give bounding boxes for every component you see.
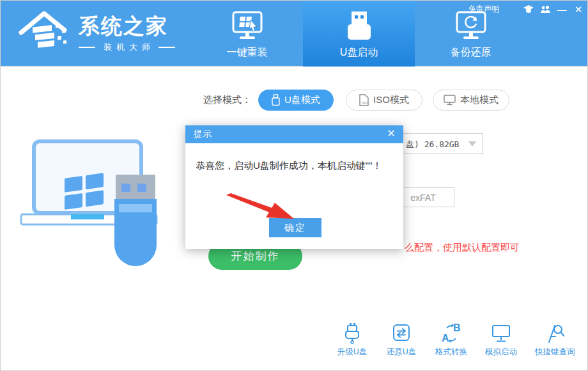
minimize-button[interactable]: — bbox=[557, 4, 567, 14]
tool-format-convert[interactable]: A B 格式转换 bbox=[428, 322, 474, 358]
monitor-icon bbox=[490, 322, 512, 344]
mode-label: 本地模式 bbox=[460, 94, 499, 106]
laptop-usb-illustration bbox=[19, 136, 169, 267]
format-convert-icon: A B bbox=[440, 322, 462, 344]
brand-title: 系统之家 bbox=[79, 15, 175, 38]
tool-label: 模拟启动 bbox=[485, 347, 517, 358]
iso-file-icon: ISO bbox=[359, 94, 369, 106]
tool-label: 格式转换 bbox=[435, 347, 467, 358]
dialog-message: 恭喜您，启动U盘制作成功，本机启动键""！ bbox=[196, 160, 382, 172]
mode-select-label: 选择模式： bbox=[203, 94, 251, 106]
search-key-icon bbox=[544, 322, 566, 344]
user-group-icon[interactable] bbox=[540, 4, 550, 14]
svg-text:ISO: ISO bbox=[362, 101, 368, 105]
window-controls: 免责声明 — ✕ bbox=[468, 3, 584, 15]
brand-house-icon bbox=[17, 7, 72, 61]
brand-logo: 系统之家 装机大师 bbox=[17, 4, 183, 63]
success-dialog: 提示 ✕ 恭喜您，启动U盘制作成功，本机启动键""！ 确定 bbox=[185, 125, 403, 249]
mode-iso-button[interactable]: ISO ISO模式 bbox=[346, 90, 422, 111]
chevron-down-icon bbox=[468, 141, 476, 146]
dialog-ok-label: 确定 bbox=[284, 222, 306, 234]
usb-stick-icon bbox=[272, 94, 280, 106]
dialog-titlebar[interactable]: 提示 ✕ bbox=[185, 125, 403, 143]
close-glyph: ✕ bbox=[575, 4, 583, 14]
divider bbox=[159, 47, 175, 48]
tool-upgrade-usb[interactable]: 升级U盘 bbox=[329, 322, 375, 358]
support-icon[interactable] bbox=[523, 4, 534, 14]
dialog-ok-button[interactable]: 确定 bbox=[269, 218, 321, 237]
tool-label: 升级U盘 bbox=[337, 347, 368, 358]
tab-label: 一键重装 bbox=[227, 46, 268, 59]
tool-label: 还原U盘 bbox=[387, 347, 417, 358]
tab-usb-boot[interactable]: U盘启动 bbox=[303, 1, 415, 67]
usb-drive-icon bbox=[345, 10, 373, 43]
disclaimer-link[interactable]: 免责声明 bbox=[468, 4, 499, 15]
svg-text:B: B bbox=[453, 322, 461, 333]
restore-box-icon bbox=[391, 322, 412, 344]
usb-drive-value: 盘) 26.82GB bbox=[406, 139, 459, 150]
usb-plug-icon bbox=[342, 322, 362, 344]
default-config-hint: 么配置，使用默认配置即可 bbox=[405, 242, 520, 254]
monitor-icon bbox=[444, 95, 456, 106]
divider bbox=[79, 47, 95, 48]
tool-simulate-boot[interactable]: 模拟启动 bbox=[478, 322, 524, 358]
format-label: exFAT bbox=[410, 193, 435, 203]
brand-subtitle-row: 装机大师 bbox=[79, 42, 175, 53]
tab-one-key-reinstall[interactable]: 一键重装 bbox=[191, 1, 303, 67]
tool-restore-usb[interactable]: 还原U盘 bbox=[378, 322, 424, 358]
mode-usb-button[interactable]: U盘模式 bbox=[258, 90, 334, 111]
monitor-windows-cursor-icon bbox=[229, 10, 265, 43]
brand-subtitle: 装机大师 bbox=[104, 42, 155, 53]
start-create-label: 开始制作 bbox=[231, 249, 280, 264]
svg-text:A: A bbox=[442, 333, 449, 343]
tab-label: 备份还原 bbox=[451, 46, 491, 59]
mode-label: U盘模式 bbox=[284, 94, 320, 106]
close-button[interactable]: ✕ bbox=[573, 4, 584, 14]
minimize-glyph: — bbox=[557, 4, 567, 14]
tool-label: 快捷键查询 bbox=[535, 347, 575, 358]
tab-label: U盘启动 bbox=[340, 46, 378, 59]
mode-local-button[interactable]: 本地模式 bbox=[433, 90, 509, 111]
dialog-close-button[interactable]: ✕ bbox=[385, 128, 397, 139]
app-window: 系统之家 装机大师 bbox=[0, 0, 588, 371]
mode-label: ISO模式 bbox=[373, 94, 409, 106]
dialog-title: 提示 bbox=[194, 129, 212, 140]
tool-shortcut-key-query[interactable]: 快捷键查询 bbox=[528, 322, 582, 358]
header: 系统之家 装机大师 bbox=[1, 1, 588, 67]
